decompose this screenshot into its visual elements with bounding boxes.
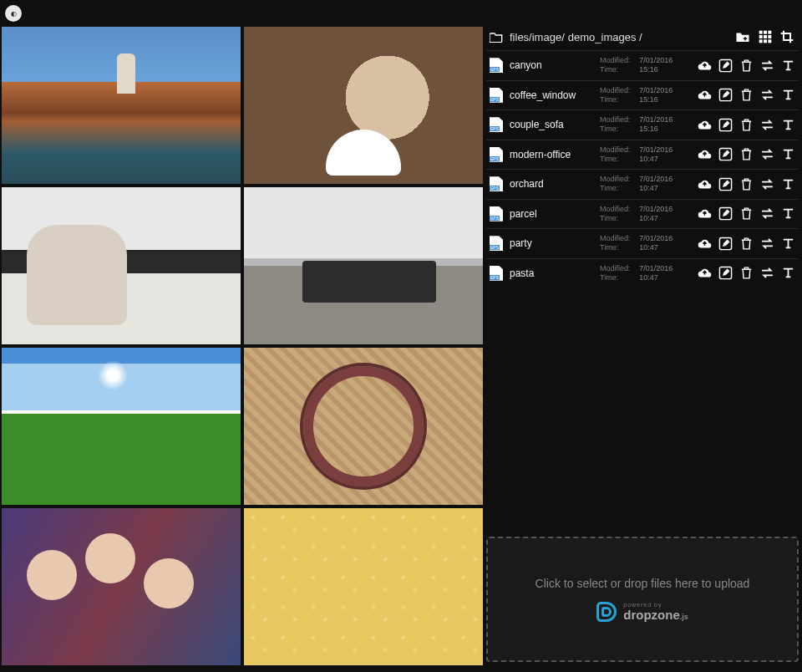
rename-icon[interactable] [781, 147, 795, 161]
file-name: canyon [510, 59, 593, 71]
file-row[interactable]: parcelModified:7/01/2016Time:10:47 [486, 199, 799, 229]
edit-icon[interactable] [718, 177, 733, 191]
file-row[interactable]: coffee_windowModified:7/01/2016Time:15:1… [486, 80, 799, 110]
file-name: party [510, 237, 593, 249]
new-folder-button[interactable] [735, 30, 750, 43]
thumbnail-orchard[interactable] [2, 348, 241, 505]
file-type-icon [490, 206, 503, 221]
file-name: couple_sofa [510, 119, 593, 130]
dropzone[interactable]: Click to select or drop files here to up… [486, 537, 799, 662]
upload-cloud-icon[interactable] [698, 59, 712, 73]
delete-icon[interactable] [739, 206, 754, 221]
delete-icon[interactable] [739, 266, 754, 280]
file-row[interactable]: modern-officeModified:7/01/2016Time:10:4… [486, 140, 799, 170]
rename-icon[interactable] [781, 118, 795, 132]
edit-icon[interactable] [718, 266, 733, 280]
swap-icon[interactable] [760, 177, 774, 191]
edit-icon[interactable] [718, 118, 733, 132]
crop-button[interactable] [780, 30, 794, 43]
rename-icon[interactable] [781, 88, 795, 102]
app-logo[interactable]: ◐ [5, 5, 22, 22]
svg-rect-8 [768, 39, 771, 43]
delete-icon[interactable] [739, 177, 754, 191]
grid-view-button[interactable] [759, 30, 772, 43]
file-type-icon [490, 236, 503, 251]
delete-icon[interactable] [739, 88, 754, 102]
breadcrumb-row: files/image/ demo_images / [486, 27, 799, 50]
file-meta: Modified:7/01/2016Time:15:16 [600, 56, 677, 75]
svg-rect-1 [764, 31, 767, 34]
breadcrumb-part[interactable]: files/image/ [510, 31, 565, 43]
file-row[interactable]: orchardModified:7/01/2016Time:10:47 [486, 169, 799, 199]
thumbnail-couple_sofa[interactable] [2, 187, 241, 344]
upload-cloud-icon[interactable] [698, 88, 712, 102]
rename-icon[interactable] [781, 237, 795, 251]
delete-icon[interactable] [739, 237, 754, 251]
delete-icon[interactable] [739, 59, 754, 73]
file-meta: Modified:7/01/2016Time:10:47 [600, 205, 677, 224]
swap-icon[interactable] [760, 88, 774, 102]
swap-icon[interactable] [760, 147, 774, 161]
file-meta: Modified:7/01/2016Time:10:47 [600, 234, 677, 253]
file-meta: Modified:7/01/2016Time:10:47 [600, 264, 677, 283]
file-row[interactable]: couple_sofaModified:7/01/2016Time:15:16 [486, 109, 799, 140]
thumbnail-pasta[interactable] [244, 508, 483, 665]
file-meta: Modified:7/01/2016Time:10:47 [600, 145, 677, 165]
breadcrumb-part[interactable]: demo_images / [568, 31, 642, 43]
thumbnail-grid [2, 27, 483, 672]
swap-icon[interactable] [760, 59, 774, 73]
file-meta: Modified:7/01/2016Time:10:47 [600, 175, 677, 194]
file-name: pasta [510, 267, 593, 279]
svg-rect-5 [768, 35, 771, 38]
upload-cloud-icon[interactable] [698, 147, 712, 161]
svg-rect-6 [759, 39, 763, 43]
upload-cloud-icon[interactable] [698, 206, 712, 221]
file-row[interactable]: pastaModified:7/01/2016Time:10:47 [486, 258, 799, 288]
swap-icon[interactable] [760, 266, 774, 280]
edit-icon[interactable] [718, 147, 733, 161]
swap-icon[interactable] [760, 118, 774, 132]
thumbnail-party[interactable] [2, 508, 241, 665]
svg-rect-2 [768, 31, 771, 34]
thumbnail-parcel[interactable] [244, 348, 483, 505]
file-type-icon [490, 266, 503, 281]
dropzone-logo-icon [596, 602, 617, 622]
svg-rect-7 [764, 39, 767, 43]
rename-icon[interactable] [781, 206, 795, 221]
dropzone-brand: powered by dropzone.js [596, 602, 688, 622]
delete-icon[interactable] [739, 118, 754, 132]
thumbnail-coffee_window[interactable] [244, 27, 483, 184]
thumbnail-modern-office[interactable] [244, 187, 483, 344]
file-meta: Modified:7/01/2016Time:15:16 [600, 115, 677, 135]
swap-icon[interactable] [760, 206, 774, 221]
file-type-icon [490, 176, 503, 191]
upload-cloud-icon[interactable] [698, 266, 712, 280]
upload-cloud-icon[interactable] [698, 237, 712, 251]
svg-rect-3 [759, 35, 763, 38]
thumbnail-canyon[interactable] [2, 27, 241, 184]
file-type-icon [490, 147, 503, 162]
file-list: canyonModified:7/01/2016Time:15:16coffee… [486, 50, 799, 288]
svg-rect-4 [764, 35, 767, 38]
delete-icon[interactable] [739, 147, 754, 161]
rename-icon[interactable] [781, 266, 795, 280]
edit-icon[interactable] [718, 237, 733, 251]
file-type-icon [490, 88, 503, 103]
edit-icon[interactable] [718, 206, 733, 221]
upload-cloud-icon[interactable] [698, 118, 712, 132]
file-name: coffee_window [510, 89, 593, 101]
file-name: modern-office [510, 149, 593, 160]
edit-icon[interactable] [718, 59, 733, 73]
file-row[interactable]: partyModified:7/01/2016Time:10:47 [486, 228, 799, 258]
swap-icon[interactable] [760, 237, 774, 251]
file-name: orchard [510, 178, 593, 190]
file-row[interactable]: canyonModified:7/01/2016Time:15:16 [486, 50, 799, 80]
file-name: parcel [510, 208, 593, 220]
file-meta: Modified:7/01/2016Time:15:16 [600, 86, 677, 105]
edit-icon[interactable] [718, 88, 733, 102]
rename-icon[interactable] [781, 177, 795, 191]
file-panel: files/image/ demo_images / canyonModifie… [486, 27, 802, 672]
file-type-icon [490, 58, 503, 73]
rename-icon[interactable] [781, 59, 795, 73]
upload-cloud-icon[interactable] [698, 177, 712, 191]
